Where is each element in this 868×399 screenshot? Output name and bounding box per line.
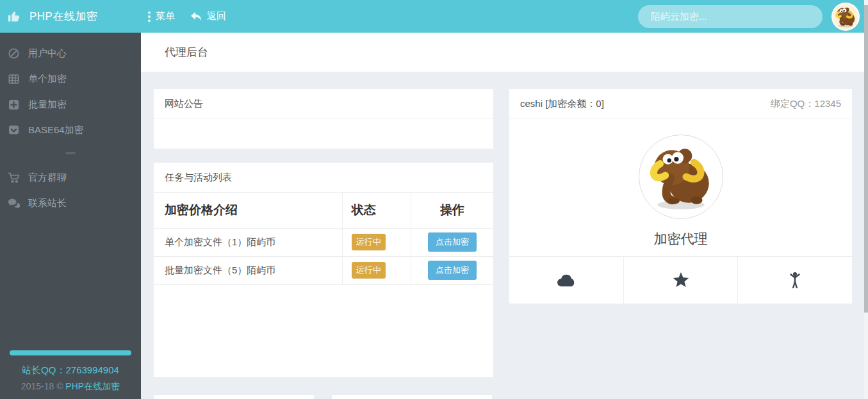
cloud-action[interactable] bbox=[509, 257, 624, 304]
table-row: 单个加密文件（1）陌屿币 运行中 点击加密 bbox=[154, 228, 493, 256]
copyright: 2015-18 © PHP在线加密 bbox=[0, 381, 141, 393]
profile-avatar bbox=[639, 134, 723, 219]
user-avatar[interactable] bbox=[831, 3, 860, 31]
page-titlebar: 代理后台 bbox=[141, 33, 868, 72]
sidebar-item-label: 联系站长 bbox=[28, 197, 67, 209]
sidebar-item-base64-encrypt[interactable]: BASE64加密 bbox=[0, 117, 141, 143]
sidebar-footer: 站长QQ：2763994904 2015-18 © PHP在线加密 bbox=[0, 350, 141, 399]
ban-circle-icon bbox=[8, 47, 20, 60]
sidebar-item-single-encrypt[interactable]: 单个加密 bbox=[0, 66, 141, 92]
sidebar-item-label: 批量加密 bbox=[28, 99, 67, 111]
scrollbar-thumb[interactable] bbox=[864, 5, 868, 313]
kebab-menu-icon bbox=[147, 11, 151, 22]
profile-user-balance: ceshi [加密余额：0] bbox=[520, 98, 604, 110]
app-logo[interactable]: PHP在线加密 bbox=[0, 9, 141, 24]
menu-label: 菜单 bbox=[156, 10, 175, 22]
column-header-status: 状态 bbox=[342, 193, 411, 228]
top-header: PHP在线加密 菜单 返回 bbox=[0, 0, 868, 33]
right-column: ceshi [加密余额：0] 绑定QQ：12345 加密代理 bbox=[509, 89, 852, 304]
main-area: 代理后台 网站公告 任务与活动列表 bbox=[141, 33, 868, 399]
encrypt-button[interactable]: 点击加密 bbox=[428, 261, 477, 280]
sidebar-divider bbox=[65, 152, 76, 154]
back-label: 返回 bbox=[207, 10, 226, 22]
page-title: 代理后台 bbox=[165, 45, 208, 60]
copyright-brand: PHP在线加密 bbox=[65, 381, 120, 391]
partial-card bbox=[154, 395, 314, 399]
search-input[interactable] bbox=[638, 5, 823, 28]
column-header-action: 操作 bbox=[411, 193, 493, 228]
sidebar: 用户中心 单个加密 批量加密 BASE64加密 官方群聊 联系站长 站长QQ：2… bbox=[0, 33, 141, 399]
left-column: 网站公告 任务与活动列表 加密价格介绍 状态 操作 bbox=[154, 89, 493, 399]
announcement-body bbox=[154, 119, 493, 149]
plus-square-icon bbox=[8, 99, 20, 111]
status-badge: 运行中 bbox=[352, 234, 386, 250]
app-title: PHP在线加密 bbox=[29, 9, 97, 24]
mammoth-avatar-icon bbox=[833, 4, 858, 29]
announcement-title: 网站公告 bbox=[165, 98, 203, 110]
column-header-name: 加密价格介绍 bbox=[154, 193, 342, 228]
menu-button[interactable]: 菜单 bbox=[147, 10, 175, 22]
sidebar-item-batch-encrypt[interactable]: 批量加密 bbox=[0, 92, 141, 117]
sidebar-item-contact-webmaster[interactable]: 联系站长 bbox=[0, 190, 141, 216]
sidebar-item-label: 官方群聊 bbox=[28, 172, 67, 184]
task-name: 单个加密文件（1）陌屿币 bbox=[154, 228, 342, 256]
lower-cards-row bbox=[154, 395, 493, 399]
cart-icon bbox=[8, 172, 20, 184]
star-action[interactable] bbox=[624, 257, 739, 304]
sidebar-item-label: 用户中心 bbox=[28, 47, 67, 60]
profile-card: ceshi [加密余额：0] 绑定QQ：12345 加密代理 bbox=[509, 89, 852, 304]
table-row: 批量加密文件（5）陌屿币 运行中 点击加密 bbox=[154, 256, 493, 284]
sidebar-item-label: 单个加密 bbox=[28, 73, 67, 85]
cloud-icon bbox=[557, 273, 576, 288]
person-icon bbox=[787, 272, 803, 289]
chevron-square-icon bbox=[8, 124, 20, 136]
task-list-card: 任务与活动列表 加密价格介绍 状态 操作 单个加密文件（1） bbox=[154, 163, 493, 377]
back-arrow-icon bbox=[190, 11, 202, 22]
sidebar-item-group-chat[interactable]: 官方群聊 bbox=[0, 165, 141, 190]
thumbs-up-icon bbox=[8, 10, 21, 23]
profile-footer bbox=[509, 256, 852, 304]
bound-qq: 绑定QQ：12345 bbox=[771, 98, 841, 110]
partial-card bbox=[332, 395, 492, 399]
status-badge: 运行中 bbox=[352, 262, 386, 279]
mammoth-avatar-icon bbox=[642, 138, 720, 216]
table-icon bbox=[8, 73, 20, 85]
sidebar-item-label: BASE64加密 bbox=[28, 124, 84, 136]
scrollbar-track[interactable] bbox=[864, 0, 868, 399]
task-name: 批量加密文件（5）陌屿币 bbox=[154, 256, 342, 284]
comments-icon bbox=[8, 197, 20, 209]
back-button[interactable]: 返回 bbox=[190, 10, 226, 22]
task-list-title: 任务与活动列表 bbox=[165, 172, 232, 184]
webmaster-qq: 站长QQ：2763994904 bbox=[0, 364, 141, 377]
encrypt-button[interactable]: 点击加密 bbox=[428, 232, 477, 252]
sidebar-accent-bar bbox=[10, 350, 131, 355]
copyright-year: 2015-18 © bbox=[21, 381, 65, 391]
announcement-card: 网站公告 bbox=[154, 89, 493, 149]
task-table: 加密价格介绍 状态 操作 单个加密文件（1）陌屿币 运行中 点击加密 bbox=[154, 193, 493, 285]
person-action[interactable] bbox=[738, 257, 852, 304]
sidebar-item-user-center[interactable]: 用户中心 bbox=[0, 40, 141, 66]
profile-role: 加密代理 bbox=[509, 230, 852, 248]
star-icon bbox=[673, 272, 689, 288]
